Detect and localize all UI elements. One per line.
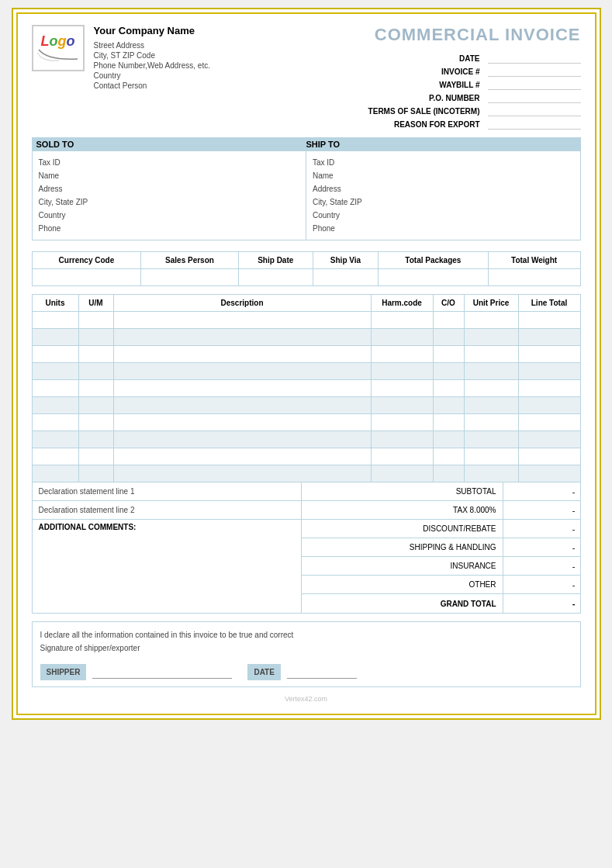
table-cell[interactable] [32, 329, 78, 346]
shipper-line[interactable] [92, 666, 232, 679]
table-cell[interactable] [113, 448, 371, 465]
table-cell[interactable] [518, 380, 580, 397]
table-cell[interactable] [518, 431, 580, 448]
table-cell[interactable] [32, 346, 78, 363]
table-cell[interactable] [78, 465, 113, 482]
table-cell[interactable] [433, 380, 464, 397]
table-cell[interactable] [78, 312, 113, 329]
table-cell[interactable] [433, 312, 464, 329]
table-cell[interactable] [113, 380, 371, 397]
table-cell[interactable] [32, 363, 78, 380]
table-cell[interactable] [518, 363, 580, 380]
table-cell[interactable] [518, 329, 580, 346]
waybill-value[interactable] [488, 79, 581, 90]
discount-value: - [503, 520, 580, 538]
logo-swoosh [36, 48, 81, 62]
table-cell[interactable] [518, 465, 580, 482]
table-cell[interactable] [78, 380, 113, 397]
table-cell[interactable] [32, 448, 78, 465]
table-cell[interactable] [113, 431, 371, 448]
table-cell[interactable] [518, 312, 580, 329]
col-total-packages: Total Packages [379, 252, 489, 269]
table-cell[interactable] [464, 465, 518, 482]
table-cell[interactable] [32, 465, 78, 482]
table-cell[interactable] [32, 380, 78, 397]
logo-o2: o [67, 33, 75, 49]
table-cell[interactable] [113, 312, 371, 329]
declaration-section: I declare all the information contained … [32, 621, 581, 687]
total-weight-value[interactable] [488, 269, 580, 286]
table-cell[interactable] [78, 363, 113, 380]
table-cell[interactable] [371, 329, 433, 346]
table-cell[interactable] [518, 397, 580, 414]
table-cell[interactable] [464, 397, 518, 414]
table-cell[interactable] [371, 431, 433, 448]
table-cell[interactable] [113, 346, 371, 363]
table-cell[interactable] [371, 380, 433, 397]
table-cell[interactable] [32, 431, 78, 448]
sold-name: Name [39, 169, 300, 182]
table-cell[interactable] [464, 329, 518, 346]
table-cell[interactable] [78, 414, 113, 431]
terms-value[interactable] [488, 105, 581, 116]
table-cell[interactable] [464, 380, 518, 397]
totals-block: SUBTOTAL - TAX 8.000% - DISCOUNT/REBATE … [301, 482, 580, 613]
table-cell[interactable] [113, 363, 371, 380]
table-cell[interactable] [371, 448, 433, 465]
table-cell[interactable] [113, 397, 371, 414]
table-cell[interactable] [32, 397, 78, 414]
table-cell[interactable] [464, 431, 518, 448]
table-cell[interactable] [113, 329, 371, 346]
table-cell[interactable] [78, 448, 113, 465]
table-cell[interactable] [113, 414, 371, 431]
table-cell[interactable] [78, 431, 113, 448]
subtotal-value: - [503, 482, 580, 501]
table-cell[interactable] [371, 312, 433, 329]
table-cell[interactable] [433, 329, 464, 346]
table-cell[interactable] [433, 346, 464, 363]
additional-comments-body[interactable] [33, 534, 301, 613]
table-cell[interactable] [433, 448, 464, 465]
company-info: Your Company Name Street Address City, S… [94, 25, 210, 90]
date-sig-line[interactable] [287, 666, 357, 679]
address-headers: SOLD TO SHIP TO [32, 137, 581, 151]
tax-label: TAX 8.000% [302, 506, 503, 514]
ship-name: Name [313, 169, 574, 182]
table-cell[interactable] [371, 346, 433, 363]
table-cell[interactable] [113, 465, 371, 482]
table-cell[interactable] [518, 414, 580, 431]
table-cell[interactable] [518, 346, 580, 363]
table-cell[interactable] [464, 346, 518, 363]
table-cell[interactable] [433, 414, 464, 431]
table-cell[interactable] [78, 329, 113, 346]
table-cell[interactable] [433, 465, 464, 482]
date-value[interactable] [488, 53, 581, 64]
table-cell[interactable] [371, 414, 433, 431]
ship-via-value[interactable] [313, 269, 378, 286]
table-cell[interactable] [32, 312, 78, 329]
table-cell[interactable] [433, 363, 464, 380]
invoice-num-value[interactable] [488, 66, 581, 77]
ship-city: City, State ZIP [313, 195, 574, 209]
table-cell[interactable] [433, 431, 464, 448]
total-packages-value[interactable] [379, 269, 489, 286]
table-cell[interactable] [371, 363, 433, 380]
table-cell[interactable] [464, 448, 518, 465]
table-cell[interactable] [464, 312, 518, 329]
table-cell[interactable] [78, 346, 113, 363]
reason-value[interactable] [488, 119, 581, 130]
table-cell[interactable] [464, 414, 518, 431]
table-cell[interactable] [464, 363, 518, 380]
table-cell[interactable] [78, 397, 113, 414]
currency-value[interactable] [32, 269, 141, 286]
table-cell[interactable] [32, 414, 78, 431]
sales-person-value[interactable] [141, 269, 238, 286]
table-cell[interactable] [371, 465, 433, 482]
table-cell[interactable] [371, 397, 433, 414]
col-total-weight: Total Weight [488, 252, 580, 269]
po-value[interactable] [488, 92, 581, 103]
decl-line1: Declaration statement line 1 [33, 482, 301, 501]
table-cell[interactable] [518, 448, 580, 465]
table-cell[interactable] [433, 397, 464, 414]
ship-date-value[interactable] [238, 269, 313, 286]
